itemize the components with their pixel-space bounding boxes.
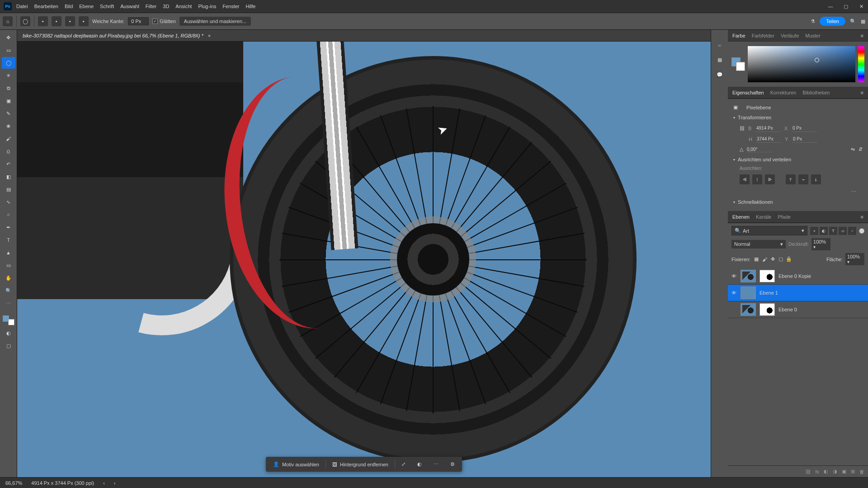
tab-adjustments[interactable]: Korrekturen [770,90,796,95]
align-bottom-icon[interactable]: ⫰ [811,174,821,184]
properties-icon[interactable]: ⚙ [445,459,460,470]
align-right-icon[interactable]: ⫸ [765,174,775,184]
lasso-tool-icon[interactable]: ◯ [2,57,15,69]
hand-tool-icon[interactable]: ✋ [2,272,15,284]
document-tab[interactable]: bike-3073082 nattapol deejitwasin auf Pi… [17,30,711,42]
tab-channels[interactable]: Kanäle [756,214,771,220]
transform-section-toggle[interactable]: Transformieren [733,112,863,123]
quick-select-tool-icon[interactable]: ✳ [2,70,15,81]
selection-new-icon[interactable]: ▪ [38,16,48,26]
menu-window[interactable]: Fenster [222,4,239,9]
filter-smart-icon[interactable]: ▫ [848,227,856,235]
eraser-tool-icon[interactable]: ◧ [2,171,15,183]
selection-add-icon[interactable]: ▪ [52,16,61,26]
comments-panel-icon[interactable]: 💬 [717,72,723,78]
tab-libraries[interactable]: Bibliotheken [802,90,830,95]
tab-properties[interactable]: Eigenschaften [732,90,764,95]
workspace-icon[interactable]: ▦ [861,19,865,24]
y-input[interactable] [792,136,817,143]
close-tab-icon[interactable]: × [208,33,211,38]
tab-swatches[interactable]: Farbfelder [752,33,774,38]
group-icon[interactable]: ▣ [842,469,846,474]
lock-all-icon[interactable]: 🔒 [786,256,792,263]
remove-background-button[interactable]: 🖼Hintergrund entfernen [327,459,394,470]
angle-input[interactable] [747,147,772,152]
screen-mode-icon[interactable]: ▢ [2,340,15,352]
layer-name-label[interactable]: Ebene 0 Kopie [778,273,811,279]
lasso-tool-icon[interactable]: ◯ [20,16,30,26]
selection-subtract-icon[interactable]: ▪ [65,16,75,26]
filter-toggle-icon[interactable]: ⬤ [859,228,864,234]
maximize-button[interactable]: ▢ [843,4,849,9]
link-icon[interactable]: ⛓ [740,126,745,131]
canvas[interactable]: ➤ 👤Motiv auswählen 🖼Hintergrund entferne… [17,42,711,477]
crop-tool-icon[interactable]: ⧉ [2,82,15,94]
type-tool-icon[interactable]: T [2,234,15,246]
close-button[interactable]: ✕ [858,4,864,9]
healing-brush-tool-icon[interactable]: ❀ [2,120,15,132]
tab-paths[interactable]: Pfade [778,214,791,220]
menu-edit[interactable]: Bearbeiten [34,4,58,9]
minimize-button[interactable]: — [827,4,834,9]
blend-mode-dropdown[interactable]: Normal▾ [731,240,786,249]
menu-3d[interactable]: 3D [163,4,169,9]
search-icon[interactable]: 🔍 [850,19,856,24]
history-panel-icon[interactable]: ▦ [717,57,722,63]
antialias-checkbox[interactable]: Glätten [152,19,175,24]
layer-fx-icon[interactable]: fx [815,469,819,474]
layer-filter-dropdown[interactable]: 🔍Art▾ [731,226,807,235]
menu-select[interactable]: Auswahl [120,4,139,9]
menu-help[interactable]: Hilfe [245,4,255,9]
align-hcenter-icon[interactable]: ⫶ [752,174,762,184]
visibility-toggle-icon[interactable]: 👁 [731,273,737,279]
layer-name-label[interactable]: Ebene 0 [778,307,797,312]
new-layer-icon[interactable]: ⊞ [851,469,855,474]
beaker-icon[interactable]: ⚗ [811,19,815,24]
align-left-icon[interactable]: ⫷ [740,174,750,184]
more-tools-icon[interactable]: ⋯ [2,297,15,309]
align-top-icon[interactable]: ⫯ [786,174,796,184]
select-and-mask-button[interactable]: Auswählen und maskieren... [179,17,251,26]
doc-dimensions[interactable]: 4914 Px x 3744 Px (300 ppi) [31,480,94,486]
menu-view[interactable]: Ansicht [175,4,192,9]
tab-layers[interactable]: Ebenen [732,214,750,220]
layer-item[interactable]: Ebene 0 [728,301,868,318]
panel-menu-icon[interactable]: ≡ [861,214,863,220]
layer-thumbnail[interactable] [741,303,756,316]
quick-mask-icon[interactable]: ◐ [2,327,15,339]
menu-plugins[interactable]: Plug-ins [198,4,216,9]
fill-input[interactable]: 100% ▾ [845,253,864,265]
blur-tool-icon[interactable]: ∿ [2,196,15,208]
move-tool-icon[interactable]: ✥ [2,32,15,43]
path-select-tool-icon[interactable]: ▲ [2,247,15,258]
gradient-tool-icon[interactable]: ▤ [2,183,15,195]
layer-mask-thumbnail[interactable] [760,270,775,282]
filter-type-icon[interactable]: T [829,227,837,235]
adjustment-layer-icon[interactable]: ◑ [833,469,837,474]
filter-shape-icon[interactable]: ▱ [839,227,847,235]
tab-gradients[interactable]: Verläufe [781,33,799,38]
eyedropper-tool-icon[interactable]: ✎ [2,108,15,119]
shape-tool-icon[interactable]: ▭ [2,259,15,271]
frame-tool-icon[interactable]: ▣ [2,95,15,107]
chevron-right-icon[interactable]: › [114,480,116,486]
delete-layer-icon[interactable]: 🗑 [859,469,864,474]
dodge-tool-icon[interactable]: ○ [2,209,15,221]
zoom-level[interactable]: 66,67% [5,480,22,486]
filter-adjust-icon[interactable]: ◐ [820,227,828,235]
layer-item[interactable]: 👁Ebene 1 [728,285,868,301]
layer-thumbnail[interactable] [741,270,756,282]
share-button[interactable]: Teilen [820,17,845,26]
select-subject-button[interactable]: 👤Motiv auswählen [268,459,325,470]
transform-icon[interactable]: ⤢ [396,459,411,470]
align-section-toggle[interactable]: Ausrichten und verteilen [733,154,863,165]
link-layers-icon[interactable]: ⛓ [806,469,811,474]
panel-menu-icon[interactable]: ≡ [861,33,863,38]
menu-layer[interactable]: Ebene [79,4,94,9]
adjustments-icon[interactable]: ◐ [412,459,427,470]
panel-menu-icon[interactable]: ≡ [861,90,863,95]
menu-type[interactable]: Schrift [100,4,114,9]
menu-filter[interactable]: Filter [146,4,156,9]
brush-tool-icon[interactable]: 🖌 [2,133,15,145]
collapse-arrow-icon[interactable]: ≪ [717,43,722,48]
